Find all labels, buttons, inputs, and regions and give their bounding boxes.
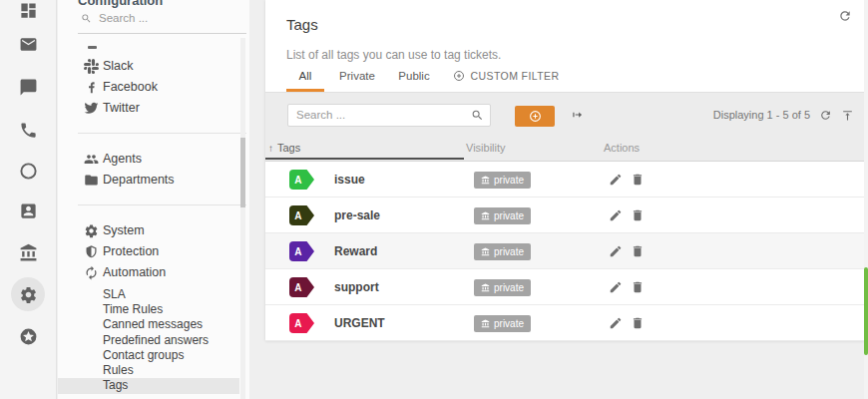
tag-name: Reward — [334, 233, 377, 269]
visibility-badge: private — [474, 279, 531, 296]
visibility-badge: private — [474, 172, 531, 189]
delete-trash-icon[interactable] — [631, 173, 645, 187]
sidebar-item-slack[interactable]: Slack — [58, 56, 239, 76]
chat-icon[interactable] — [19, 78, 38, 97]
delete-trash-icon[interactable] — [631, 244, 645, 258]
sidebar-subitem-time-rules[interactable]: Time Rules — [58, 302, 239, 317]
contact-card-icon[interactable] — [19, 201, 38, 220]
twitter-icon — [84, 101, 99, 116]
visibility-badge: private — [474, 207, 531, 224]
sidebar-subitem-sla[interactable]: SLA — [58, 287, 239, 302]
tag-name: issue — [334, 162, 365, 198]
settings-gear-icon[interactable] — [19, 285, 38, 304]
table-row[interactable]: A issue private — [265, 162, 864, 198]
delete-trash-icon[interactable] — [631, 280, 645, 294]
tab-private[interactable]: Private — [339, 60, 375, 92]
sidebar-item-facebook[interactable]: Facebook — [58, 77, 239, 97]
bank-icon — [481, 247, 490, 256]
search-underline — [78, 33, 246, 34]
sidebar-subitem-contact-groups[interactable]: Contact groups — [58, 348, 239, 363]
tag-color-chip: A — [289, 170, 314, 190]
bank-icon — [481, 176, 490, 185]
mail-icon[interactable] — [19, 35, 38, 54]
column-header-actions: Actions — [604, 142, 640, 154]
edit-pencil-icon[interactable] — [609, 244, 623, 258]
sidebar-item-label: Automation — [103, 265, 166, 279]
tag-color-chip: A — [289, 241, 314, 261]
tab-all[interactable]: All — [286, 60, 324, 92]
search-icon[interactable] — [471, 109, 484, 122]
sidebar-scrollbar-track[interactable] — [240, 38, 245, 399]
page-scrollbar-thumb[interactable] — [864, 267, 868, 355]
app-rail — [0, 0, 57, 399]
bank-icon — [481, 211, 490, 220]
edit-pencil-icon[interactable] — [609, 208, 623, 222]
tag-color-chip: A — [289, 313, 314, 333]
table-row[interactable]: A URGENT private — [265, 305, 864, 341]
panel-header: Tags List of all tags you can use to tag… — [265, 0, 864, 93]
page-title: Tags — [286, 16, 318, 33]
bank-icon — [481, 319, 490, 328]
sidebar-item-label: System — [103, 223, 145, 237]
dashboard-icon[interactable] — [19, 1, 38, 20]
tag-name: URGENT — [334, 305, 385, 341]
sorted-column-underline — [265, 158, 464, 160]
table-row[interactable]: A pre-sale private — [265, 198, 864, 233]
plus-circle-icon — [453, 70, 465, 82]
sidebar-item-agents[interactable]: Agents — [58, 149, 239, 169]
table-row[interactable]: A support private — [265, 269, 864, 305]
sync-icon — [84, 265, 99, 280]
edit-pencil-icon[interactable] — [609, 316, 623, 330]
visibility-badge: private — [474, 315, 531, 332]
export-arrow-icon[interactable] — [571, 108, 585, 122]
displaying-count: Displaying 1 - 5 of 5 — [713, 109, 810, 121]
table-row[interactable]: A Reward private — [265, 233, 864, 269]
tab-public[interactable]: Public — [397, 60, 431, 92]
sidebar-item-departments[interactable]: Departments — [58, 170, 239, 190]
bank-icon — [481, 283, 490, 292]
toolbar-and-table-header: Search ... Displaying 1 - 5 of 5 ↑Tags — [265, 93, 864, 162]
edit-pencil-icon[interactable] — [609, 280, 623, 294]
slack-icon — [84, 59, 99, 74]
tab-custom-filter[interactable]: CUSTOM FILTER — [450, 60, 562, 92]
star-circle-icon[interactable] — [19, 327, 38, 346]
visibility-badge: private — [474, 243, 531, 260]
delete-trash-icon[interactable] — [631, 208, 645, 222]
sidebar-scrollbar-thumb[interactable] — [240, 138, 245, 207]
phone-icon[interactable] — [19, 121, 38, 140]
sidebar-subitem-canned-messages[interactable]: Canned messages — [58, 317, 239, 332]
sidebar-item-protection[interactable]: Protection — [58, 241, 239, 261]
refresh-icon[interactable] — [838, 9, 852, 23]
sidebar-item-label: Twitter — [103, 101, 140, 115]
sidebar-search-input[interactable]: Search ... — [99, 12, 148, 24]
sidebar-subitem-predefined-answers[interactable]: Predefined answers — [58, 333, 239, 348]
sidebar-item-label: Departments — [103, 173, 175, 187]
facebook-icon — [84, 80, 99, 95]
delete-trash-icon[interactable] — [631, 316, 645, 330]
sidebar-item-automation[interactable]: Automation — [58, 262, 239, 282]
ring-status-icon[interactable] — [19, 162, 38, 181]
sidebar-subitem-tags-active[interactable]: Tags — [58, 378, 239, 394]
tag-color-chip: A — [289, 277, 314, 297]
gear-icon — [84, 223, 99, 238]
sidebar-item-label: Agents — [103, 152, 142, 166]
sidebar-subitem-rules[interactable]: Rules — [58, 363, 239, 378]
table-search-input[interactable]: Search ... — [287, 104, 491, 127]
edit-pencil-icon[interactable] — [609, 173, 623, 187]
tag-color-chip: A — [289, 205, 314, 225]
clipped-item-sliver — [88, 46, 97, 49]
agents-icon — [84, 152, 99, 167]
bank-icon[interactable] — [19, 243, 38, 262]
sidebar-divider — [78, 133, 246, 134]
collapse-top-icon[interactable] — [841, 109, 854, 122]
shield-icon — [84, 244, 99, 259]
column-header-visibility[interactable]: Visibility — [466, 142, 506, 154]
add-tag-button[interactable] — [515, 106, 555, 127]
sort-asc-icon: ↑ — [268, 143, 273, 154]
tag-name: support — [334, 269, 379, 305]
sidebar-item-label: Protection — [103, 244, 159, 258]
sidebar-item-system[interactable]: System — [58, 220, 239, 240]
sidebar-item-twitter[interactable]: Twitter — [58, 98, 239, 118]
column-header-tags[interactable]: ↑Tags — [268, 142, 300, 154]
refresh-icon[interactable] — [819, 109, 832, 122]
